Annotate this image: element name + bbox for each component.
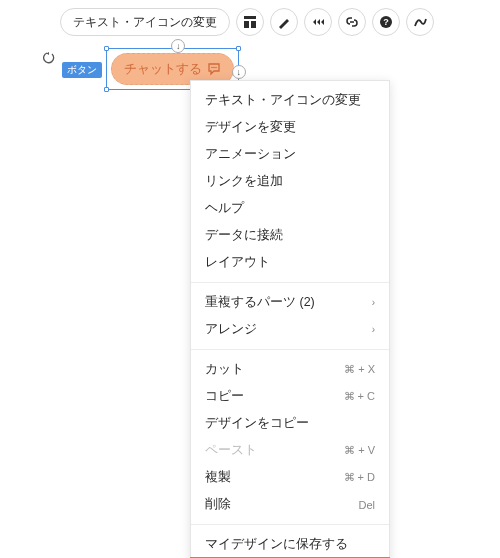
download-handle-top[interactable]: ↓ bbox=[171, 39, 185, 53]
help-icon: ? bbox=[379, 15, 393, 29]
menu-duplicate[interactable]: 複製 ⌘ + D bbox=[191, 464, 389, 491]
resize-handle-tr[interactable] bbox=[236, 46, 241, 51]
curve-icon-button[interactable] bbox=[406, 8, 434, 36]
layout-icon-button[interactable] bbox=[236, 8, 264, 36]
menu-copy-design[interactable]: デザインをコピー bbox=[191, 410, 389, 437]
menu-label: アニメーション bbox=[205, 146, 296, 163]
menu-connect-data[interactable]: データに接続 bbox=[191, 222, 389, 249]
resize-handle-tl[interactable] bbox=[104, 46, 109, 51]
menu-shortcut: ⌘ + C bbox=[344, 390, 375, 403]
menu-add-link[interactable]: リンクを追加 bbox=[191, 168, 389, 195]
chevron-right-icon: › bbox=[372, 297, 375, 308]
svg-rect-0 bbox=[244, 16, 256, 19]
svg-rect-1 bbox=[244, 21, 249, 28]
toolbar-main-label: テキスト・アイコンの変更 bbox=[73, 14, 217, 31]
top-toolbar: テキスト・アイコンの変更 ? bbox=[60, 8, 434, 36]
download-handle-right[interactable]: ↓ bbox=[232, 65, 246, 79]
curve-icon bbox=[413, 15, 427, 29]
menu-label: レイアウト bbox=[205, 254, 270, 271]
svg-rect-2 bbox=[251, 21, 256, 28]
menu-copy[interactable]: コピー ⌘ + C bbox=[191, 383, 389, 410]
menu-cut[interactable]: カット ⌘ + X bbox=[191, 356, 389, 383]
menu-help[interactable]: ヘルプ bbox=[191, 195, 389, 222]
menu-shortcut: Del bbox=[358, 499, 375, 511]
menu-label: ペースト bbox=[205, 442, 257, 459]
chat-icon bbox=[207, 62, 221, 76]
svg-text:?: ? bbox=[383, 17, 389, 27]
menu-label: デザインを変更 bbox=[205, 119, 296, 136]
menu-overlapping-parts[interactable]: 重複するパーツ (2) › bbox=[191, 289, 389, 316]
menu-shortcut: ⌘ + D bbox=[344, 471, 375, 484]
menu-shortcut: ⌘ + V bbox=[344, 444, 375, 457]
svg-point-5 bbox=[211, 67, 213, 69]
link-icon bbox=[345, 15, 359, 29]
menu-label: テキスト・アイコンの変更 bbox=[205, 92, 361, 109]
selection-tag: ボタン bbox=[62, 62, 102, 78]
brush-icon-button[interactable] bbox=[270, 8, 298, 36]
menu-save-to-my-design[interactable]: マイデザインに保存する bbox=[191, 531, 389, 558]
menu-label: 削除 bbox=[205, 496, 231, 513]
chevron-right-icon: › bbox=[372, 324, 375, 335]
menu-change-design[interactable]: デザインを変更 bbox=[191, 114, 389, 141]
menu-layout[interactable]: レイアウト bbox=[191, 249, 389, 276]
menu-separator bbox=[191, 282, 389, 283]
menu-separator bbox=[191, 349, 389, 350]
menu-label: データに接続 bbox=[205, 227, 283, 244]
svg-point-7 bbox=[215, 67, 217, 69]
animation-icon-button[interactable] bbox=[304, 8, 332, 36]
change-text-icon-button[interactable]: テキスト・アイコンの変更 bbox=[60, 8, 230, 36]
menu-label: 重複するパーツ (2) bbox=[205, 294, 315, 311]
menu-label: マイデザインに保存する bbox=[205, 536, 348, 553]
context-menu: テキスト・アイコンの変更 デザインを変更 アニメーション リンクを追加 ヘルプ … bbox=[190, 80, 390, 558]
menu-label: カット bbox=[205, 361, 244, 378]
menu-shortcut: ⌘ + X bbox=[344, 363, 375, 376]
menu-label: ヘルプ bbox=[205, 200, 244, 217]
chat-button-label: チャットする bbox=[124, 60, 202, 78]
menu-label: 複製 bbox=[205, 469, 231, 486]
menu-label: コピー bbox=[205, 388, 244, 405]
help-icon-button[interactable]: ? bbox=[372, 8, 400, 36]
layout-icon bbox=[243, 15, 257, 29]
redo-icon[interactable] bbox=[42, 50, 58, 66]
svg-point-6 bbox=[213, 67, 215, 69]
menu-animation[interactable]: アニメーション bbox=[191, 141, 389, 168]
menu-separator bbox=[191, 524, 389, 525]
menu-delete[interactable]: 削除 Del bbox=[191, 491, 389, 518]
menu-label: デザインをコピー bbox=[205, 415, 309, 432]
link-icon-button[interactable] bbox=[338, 8, 366, 36]
brush-icon bbox=[277, 15, 291, 29]
menu-label: リンクを追加 bbox=[205, 173, 283, 190]
menu-arrange[interactable]: アレンジ › bbox=[191, 316, 389, 343]
resize-handle-bl[interactable] bbox=[104, 87, 109, 92]
animation-icon bbox=[311, 15, 325, 29]
menu-change-text-icon[interactable]: テキスト・アイコンの変更 bbox=[191, 87, 389, 114]
menu-paste: ペースト ⌘ + V bbox=[191, 437, 389, 464]
menu-label: アレンジ bbox=[205, 321, 257, 338]
